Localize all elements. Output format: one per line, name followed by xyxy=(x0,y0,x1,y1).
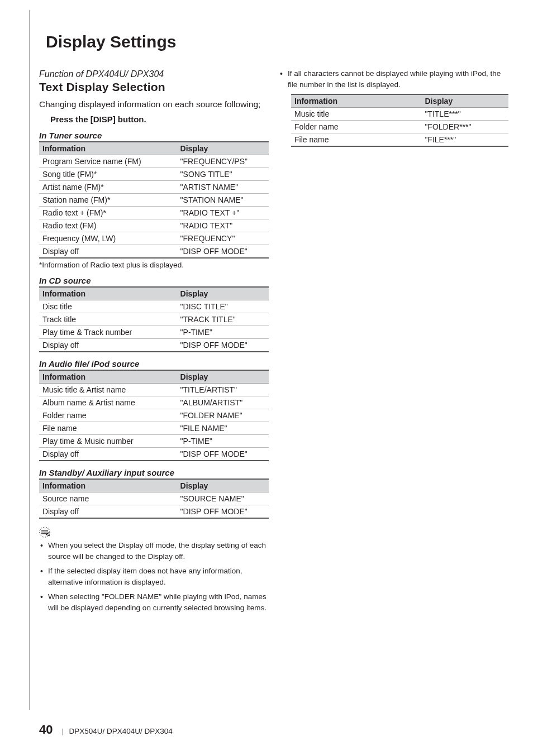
table-row: Display off"DISP OFF MODE" xyxy=(39,339,269,352)
table-row: Frequency (MW, LW)"FREQUENCY" xyxy=(39,232,269,245)
tuner-footnote: *Information of Radio text plus is displ… xyxy=(39,261,269,269)
col-header-disp: Display xyxy=(421,94,508,108)
info-cell: Radio text + (FM)* xyxy=(39,207,177,219)
info-cell: Frequency (MW, LW) xyxy=(39,232,177,245)
info-cell: Album name & Artist name xyxy=(39,396,177,409)
display-cell: "STATION NAME" xyxy=(177,194,269,207)
audio-block: In Audio file/ iPod source Information D… xyxy=(39,359,269,461)
info-cell: Program Service name (FM) xyxy=(39,155,177,168)
note-item: When selecting "FOLDER NAME" while playi… xyxy=(48,591,269,614)
note-icon xyxy=(39,527,269,539)
table-row: Radio text + (FM)*"RADIO TEXT +" xyxy=(39,207,269,219)
display-cell: "FILE NAME" xyxy=(177,422,269,435)
col-header-disp: Display xyxy=(177,287,269,300)
table-row: Program Service name (FM)"FREQUENCY/PS" xyxy=(39,155,269,168)
info-cell: Station name (FM)* xyxy=(39,194,177,207)
display-cell: "FREQUENCY/PS" xyxy=(177,155,269,168)
page-number: 40 xyxy=(39,722,53,736)
function-note: Function of DPX404U/ DPX304 xyxy=(39,69,269,79)
display-cell: "TITLE/ARTIST" xyxy=(177,384,269,396)
table-row: Display off"DISP OFF MODE" xyxy=(39,245,269,259)
table-row: Play time & Music number"P-TIME" xyxy=(39,435,269,448)
table-row: Display off"DISP OFF MODE" xyxy=(39,448,269,461)
table-row: Folder name"FOLDER***" xyxy=(291,120,508,133)
note-item: When you select the Display off mode, th… xyxy=(48,540,269,562)
info-cell: Folder name xyxy=(39,409,177,422)
table-row: Music title"TITLE***" xyxy=(291,107,508,120)
notes-block: When you select the Display off mode, th… xyxy=(39,527,269,614)
page-footer: 40 | DPX504U/ DPX404U/ DPX304 xyxy=(39,722,173,737)
display-cell: "FOLDER NAME" xyxy=(177,409,269,422)
ipod-table: Information Display Music title"TITLE***… xyxy=(291,94,508,147)
info-cell: File name xyxy=(39,422,177,435)
table-row: Display off"DISP OFF MODE" xyxy=(39,505,269,519)
table-row: Play time & Track number"P-TIME" xyxy=(39,326,269,339)
ipod-note-list: If all characters cannot be displayed wh… xyxy=(279,68,508,90)
display-cell: "RADIO TEXT +" xyxy=(177,207,269,219)
standby-rows: Source name"SOURCE NAME"Display off"DISP… xyxy=(39,492,269,519)
audio-heading: In Audio file/ iPod source xyxy=(39,359,269,369)
display-cell: "DISP OFF MODE" xyxy=(177,448,269,461)
display-cell: "FILE***" xyxy=(421,133,508,146)
table-row: Disc title"DISC TITLE" xyxy=(39,300,269,313)
display-cell: "DISP OFF MODE" xyxy=(177,505,269,519)
info-cell: Music title & Artist name xyxy=(39,384,177,396)
footer-models: DPX504U/ DPX404U/ DPX304 xyxy=(69,727,173,735)
display-cell: "FOLDER***" xyxy=(421,120,508,133)
display-cell: "SOURCE NAME" xyxy=(177,492,269,505)
info-cell: Play time & Track number xyxy=(39,326,177,339)
note-item: If all characters cannot be displayed wh… xyxy=(288,68,508,90)
display-cell: "TRACK TITLE" xyxy=(177,313,269,326)
info-cell: Source name xyxy=(39,492,177,505)
info-cell: Display off xyxy=(39,505,177,519)
col-header-info: Information xyxy=(291,94,421,108)
info-cell: Song title (FM)* xyxy=(39,168,177,181)
info-cell: Display off xyxy=(39,339,177,352)
display-cell: "RADIO TEXT" xyxy=(177,219,269,232)
col-header-disp: Display xyxy=(177,142,269,155)
cd-table: Information Display Disc title"DISC TITL… xyxy=(39,286,269,352)
display-cell: "DISC TITLE" xyxy=(177,300,269,313)
table-row: Source name"SOURCE NAME" xyxy=(39,492,269,505)
col-header-info: Information xyxy=(39,287,177,300)
standby-table: Information Display Source name"SOURCE N… xyxy=(39,479,269,519)
table-row: Song title (FM)*"SONG TITLE" xyxy=(39,168,269,181)
section-title: Text Display Selection xyxy=(39,80,269,94)
tuner-block: In Tuner source Information Display Prog… xyxy=(39,131,269,269)
info-cell: File name xyxy=(291,133,421,146)
cd-rows: Disc title"DISC TITLE"Track title"TRACK … xyxy=(39,300,269,352)
info-cell: Display off xyxy=(39,448,177,461)
audio-table: Information Display Music title & Artist… xyxy=(39,370,269,461)
tuner-table: Information Display Program Service name… xyxy=(39,141,269,259)
standby-block: In Standby/ Auxiliary input source Infor… xyxy=(39,468,269,519)
footer-separator: | xyxy=(61,727,64,735)
info-cell: Artist name (FM)* xyxy=(39,181,177,194)
content-columns: Function of DPX404U/ DPX304 Text Display… xyxy=(39,67,508,617)
notes-list: When you select the Display off mode, th… xyxy=(39,540,269,614)
svg-rect-1 xyxy=(41,530,48,531)
tuner-rows: Program Service name (FM)"FREQUENCY/PS"S… xyxy=(39,155,269,259)
chapter-title: Display Settings xyxy=(46,32,176,51)
table-row: Track title"TRACK TITLE" xyxy=(39,313,269,326)
info-cell: Play time & Music number xyxy=(39,435,177,448)
standby-heading: In Standby/ Auxiliary input source xyxy=(39,468,269,477)
display-cell: "ALBUM/ARTIST" xyxy=(177,396,269,409)
table-row: Radio text (FM)"RADIO TEXT" xyxy=(39,219,269,232)
table-row: File name"FILE NAME" xyxy=(39,422,269,435)
display-cell: "TITLE***" xyxy=(421,107,508,120)
note-item: If the selected display item does not ha… xyxy=(48,566,269,588)
info-cell: Track title xyxy=(39,313,177,326)
ipod-rows: Music title"TITLE***"Folder name"FOLDER*… xyxy=(291,107,508,146)
svg-rect-2 xyxy=(41,532,48,533)
cd-block: In CD source Information Display Disc ti… xyxy=(39,276,269,352)
intro-paragraph: Changing displayed information on each s… xyxy=(39,98,269,110)
display-cell: "P-TIME" xyxy=(177,435,269,448)
info-cell: Display off xyxy=(39,245,177,259)
col-header-disp: Display xyxy=(177,479,269,492)
col-header-disp: Display xyxy=(177,370,269,384)
info-cell: Folder name xyxy=(291,120,421,133)
table-row: Station name (FM)*"STATION NAME" xyxy=(39,194,269,207)
info-cell: Music title xyxy=(291,107,421,120)
cd-heading: In CD source xyxy=(39,276,269,285)
table-row: Folder name"FOLDER NAME" xyxy=(39,409,269,422)
